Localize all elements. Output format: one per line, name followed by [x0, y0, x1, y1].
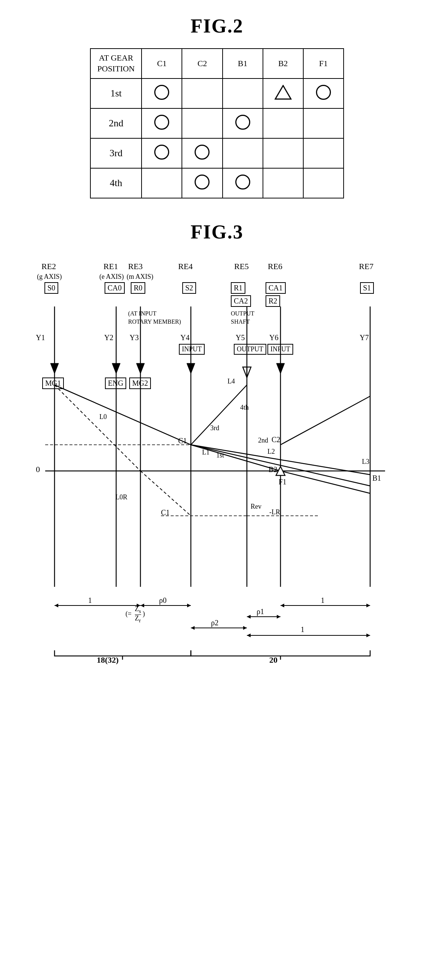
fourth-label: 4th [240, 404, 249, 412]
b1-label: B1 [372, 474, 381, 482]
svg-marker-47 [366, 633, 370, 637]
ca2-label: CA2 [231, 295, 251, 307]
svg-marker-29 [276, 363, 285, 374]
cell-1st-c1 [141, 78, 182, 108]
svg-line-18 [280, 460, 370, 475]
s0-label: S0 [44, 282, 58, 294]
gear-label-1st: 1st [90, 78, 141, 108]
circle-icon [235, 115, 250, 130]
circle-icon [154, 115, 169, 130]
y7-label: Y7 [360, 333, 369, 342]
circle-icon [154, 85, 169, 100]
one2-label: 1 [321, 596, 325, 605]
eng-label: ENG [105, 377, 126, 389]
circle-icon [316, 85, 331, 100]
svg-marker-35 [187, 604, 191, 607]
m-axis-label: (m AXIS) [127, 273, 154, 281]
input2-label: INPUT [268, 344, 293, 355]
cell-3rd-b2 [263, 138, 303, 168]
cell-4th-c1 [141, 168, 182, 198]
triangle-icon [274, 85, 292, 100]
cell-2nd-b1 [223, 108, 263, 138]
y6-label: Y6 [269, 333, 278, 342]
col-header-c1: C1 [141, 49, 182, 78]
cell-3rd-f1 [303, 138, 344, 168]
col-header-f1: F1 [303, 49, 344, 78]
svg-marker-37 [247, 615, 250, 619]
svg-line-13 [191, 385, 247, 445]
re3-label: RE3 [128, 262, 143, 271]
group18-label: 18(32) [97, 655, 119, 665]
ca0-label: CA0 [105, 282, 125, 294]
triangle-svg [274, 85, 292, 100]
cell-4th-f1 [303, 168, 344, 198]
col-header-b1: B1 [223, 49, 263, 78]
cell-4th-c2 [182, 168, 222, 198]
rev-label: Rev [250, 503, 261, 511]
cell-1st-b1 [223, 78, 263, 108]
re5-label: RE5 [234, 262, 249, 271]
svg-marker-46 [247, 633, 250, 637]
rho1-label: ρ1 [257, 607, 264, 616]
l0-label: L0 [99, 413, 107, 421]
fig3-section: FIG.3 [0, 199, 434, 665]
cell-2nd-f1 [303, 108, 344, 138]
s1-label: S1 [360, 282, 374, 294]
ca1-label: CA1 [266, 282, 286, 294]
table-row: 2nd [90, 108, 344, 138]
col-header-c2: C2 [182, 49, 222, 78]
cell-3rd-b1 [223, 138, 263, 168]
circle-icon [154, 145, 169, 160]
second-label: 2nd [258, 437, 268, 444]
rho0-label: ρ0 [159, 596, 166, 605]
cell-2nd-c1 [141, 108, 182, 138]
col-header-gear: AT GEARPOSITION [90, 49, 141, 78]
l4-label: L4 [228, 377, 235, 385]
r2-label: R2 [266, 295, 280, 307]
svg-marker-43 [191, 626, 195, 630]
fig3-title: FIG.3 [190, 221, 243, 243]
svg-marker-38 [277, 615, 280, 619]
svg-marker-24 [112, 363, 120, 374]
first-label: 1st [216, 452, 224, 459]
svg-line-16 [280, 471, 370, 493]
cell-3rd-c1 [141, 138, 182, 168]
e-axis-label: (e AXIS) [99, 273, 124, 281]
gear-label-2nd: 2nd [90, 108, 141, 138]
re7-label: RE7 [359, 262, 374, 271]
table-row: 1st [90, 78, 344, 108]
svg-line-10 [54, 385, 141, 471]
re2-label: RE2 [41, 262, 56, 271]
r1-label: R1 [231, 282, 246, 294]
svg-marker-44 [243, 626, 247, 630]
g-axis-label: (g AXIS) [37, 273, 62, 281]
zero-label: 0 [36, 465, 40, 474]
circle-icon [195, 175, 209, 189]
cell-3rd-c2 [182, 138, 222, 168]
svg-marker-25 [136, 363, 144, 374]
c2-label: C2 [271, 436, 280, 444]
fig2-title: FIG.2 [190, 15, 243, 37]
cell-4th-b1 [223, 168, 263, 198]
y5-label: Y5 [236, 333, 245, 342]
zs-zr-label: (= Zs Zr ) [125, 606, 145, 624]
l1-label: L1 [202, 449, 209, 457]
cell-4th-b2 [263, 168, 303, 198]
c1-upper-label: C1 [178, 437, 187, 445]
svg-line-14 [280, 396, 370, 445]
cell-2nd-c2 [182, 108, 222, 138]
y4-label: Y4 [181, 333, 189, 342]
table-row: 3rd [90, 138, 344, 168]
f1-label: F1 [279, 478, 287, 486]
fig3-diagram: RE2 RE1 RE3 RE4 RE5 RE6 RE7 (g AXIS) (e … [34, 262, 400, 665]
lr-label: -LR [269, 508, 280, 516]
one3-label: 1 [301, 625, 304, 634]
one1-label: 1 [88, 596, 92, 605]
svg-marker-23 [51, 363, 59, 374]
gear-table: AT GEARPOSITION C1 C2 B1 B2 F1 1st [90, 48, 344, 199]
s2-label: S2 [182, 282, 196, 294]
cell-2nd-b2 [263, 108, 303, 138]
svg-marker-31 [54, 604, 58, 607]
y3-label: Y3 [130, 333, 139, 342]
diagram-svg [34, 262, 400, 665]
